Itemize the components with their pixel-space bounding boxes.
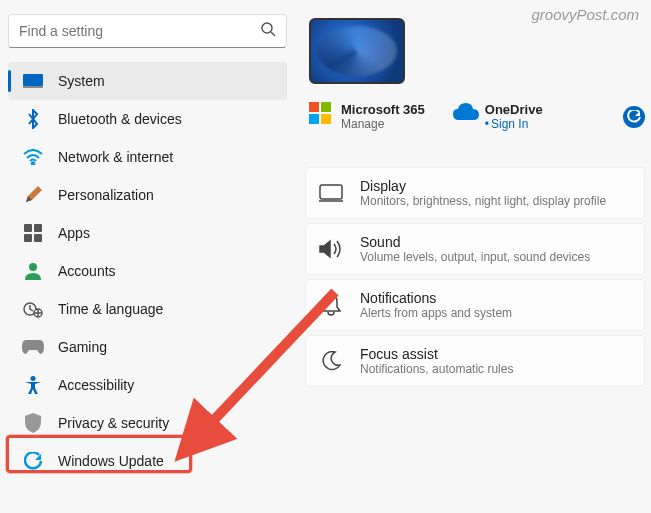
sidebar-item-label: Windows Update	[58, 453, 279, 469]
sidebar-item-system[interactable]: System	[8, 62, 287, 100]
sidebar-item-windows-update[interactable]: Windows Update	[8, 442, 287, 480]
search-icon	[260, 21, 276, 41]
card-display[interactable]: Display Monitors, brightness, night ligh…	[305, 167, 645, 219]
sidebar-item-accessibility[interactable]: Accessibility	[8, 366, 287, 404]
account-subtext: Manage	[341, 117, 425, 131]
accessibility-icon	[22, 374, 44, 396]
update-icon	[22, 450, 44, 472]
card-desc: Alerts from apps and system	[360, 306, 512, 320]
sidebar-item-label: Gaming	[58, 339, 279, 355]
watermark: groovyPost.com	[531, 6, 639, 23]
card-desc: Volume levels, output, input, sound devi…	[360, 250, 590, 264]
clock-globe-icon	[22, 298, 44, 320]
card-desc: Monitors, brightness, night light, displ…	[360, 194, 606, 208]
svg-rect-2	[23, 74, 43, 86]
svg-rect-3	[23, 86, 43, 88]
svg-rect-7	[24, 234, 32, 242]
person-icon	[22, 260, 44, 282]
sidebar: System Bluetooth & devices Network & int…	[0, 4, 295, 513]
svg-rect-8	[34, 234, 42, 242]
svg-line-1	[271, 32, 275, 36]
sidebar-item-label: Accessibility	[58, 377, 279, 393]
accounts-row: Microsoft 365 Manage OneDrive •Sign In	[309, 102, 645, 131]
display-icon	[318, 180, 344, 206]
sync-icon[interactable]	[623, 106, 645, 128]
microsoft-365-tile[interactable]: Microsoft 365 Manage	[309, 102, 425, 131]
onedrive-icon	[453, 102, 477, 126]
svg-point-0	[262, 23, 272, 33]
search-box[interactable]	[8, 14, 287, 48]
account-subtext: •Sign In	[485, 117, 543, 131]
sidebar-item-label: Time & language	[58, 301, 279, 317]
svg-point-4	[32, 162, 35, 165]
system-icon	[22, 70, 44, 92]
sidebar-item-network[interactable]: Network & internet	[8, 138, 287, 176]
card-title: Sound	[360, 234, 590, 250]
brush-icon	[22, 184, 44, 206]
nav-list: System Bluetooth & devices Network & int…	[8, 62, 287, 480]
apps-icon	[22, 222, 44, 244]
sidebar-item-label: Apps	[58, 225, 279, 241]
sidebar-item-label: Privacy & security	[58, 415, 279, 431]
svg-rect-6	[34, 224, 42, 232]
account-title: OneDrive	[485, 102, 543, 117]
sidebar-item-privacy-security[interactable]: Privacy & security	[8, 404, 287, 442]
sidebar-item-gaming[interactable]: Gaming	[8, 328, 287, 366]
sidebar-item-label: Network & internet	[58, 149, 279, 165]
desktop-wallpaper-thumbnail[interactable]	[309, 18, 405, 84]
moon-icon	[318, 348, 344, 374]
svg-rect-5	[24, 224, 32, 232]
bell-icon	[318, 292, 344, 318]
sidebar-item-label: System	[58, 73, 279, 89]
sound-icon	[318, 236, 344, 262]
sidebar-item-label: Personalization	[58, 187, 279, 203]
gamepad-icon	[22, 336, 44, 358]
card-notifications[interactable]: Notifications Alerts from apps and syste…	[305, 279, 645, 331]
onedrive-tile[interactable]: OneDrive •Sign In	[453, 102, 543, 131]
svg-point-12	[31, 376, 36, 381]
card-title: Notifications	[360, 290, 512, 306]
settings-cards: Display Monitors, brightness, night ligh…	[305, 167, 645, 387]
sidebar-item-apps[interactable]: Apps	[8, 214, 287, 252]
account-title: Microsoft 365	[341, 102, 425, 117]
card-title: Focus assist	[360, 346, 513, 362]
bluetooth-icon	[22, 108, 44, 130]
card-desc: Notifications, automatic rules	[360, 362, 513, 376]
sidebar-item-accounts[interactable]: Accounts	[8, 252, 287, 290]
svg-point-9	[29, 263, 37, 271]
wifi-icon	[22, 146, 44, 168]
card-focus-assist[interactable]: Focus assist Notifications, automatic ru…	[305, 335, 645, 387]
svg-rect-13	[320, 185, 342, 199]
sidebar-item-label: Accounts	[58, 263, 279, 279]
sidebar-item-time-language[interactable]: Time & language	[8, 290, 287, 328]
sidebar-item-personalization[interactable]: Personalization	[8, 176, 287, 214]
card-title: Display	[360, 178, 606, 194]
card-sound[interactable]: Sound Volume levels, output, input, soun…	[305, 223, 645, 275]
shield-icon	[22, 412, 44, 434]
search-input[interactable]	[19, 23, 260, 39]
sidebar-item-label: Bluetooth & devices	[58, 111, 279, 127]
microsoft-logo-icon	[309, 102, 333, 126]
main-content: Microsoft 365 Manage OneDrive •Sign In D…	[295, 4, 651, 513]
sidebar-item-bluetooth[interactable]: Bluetooth & devices	[8, 100, 287, 138]
